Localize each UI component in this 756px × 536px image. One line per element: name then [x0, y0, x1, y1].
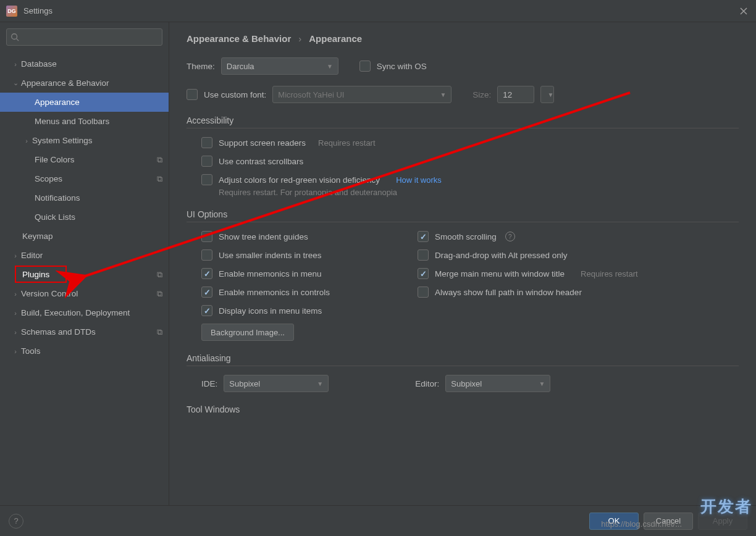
aa-ide-value: Subpixel — [229, 379, 260, 388]
help-button[interactable]: ? — [9, 514, 23, 529]
contrast-scrollbars-label: Use contrast scrollbars — [219, 157, 303, 166]
support-screen-readers-label: Support screen readers — [219, 138, 306, 148]
breadcrumb-leaf: Appearance — [309, 33, 362, 44]
sidebar-item-appearance[interactable]: Appearance — [0, 93, 169, 112]
tree-indent-guides-label: Show tree indent guides — [219, 232, 308, 241]
how-it-works-link[interactable]: How it works — [396, 175, 442, 185]
font-size-input[interactable] — [497, 86, 534, 103]
question-icon: ? — [14, 516, 18, 526]
use-custom-font-checkbox[interactable] — [187, 89, 198, 100]
breadcrumb: Appearance & Behavior › Appearance — [187, 33, 739, 44]
smooth-scrolling-checkbox[interactable] — [418, 231, 429, 242]
sidebar-item-schemas-dtds[interactable]: ›Schemas and DTDs⧉ — [0, 322, 169, 341]
sidebar-item-menus-toolbars[interactable]: Menus and Toolbars — [0, 112, 169, 131]
font-size-label: Size: — [472, 90, 491, 99]
color-deficiency-label: Adjust colors for red-green vision defic… — [219, 175, 380, 185]
sidebar-item-system-settings[interactable]: ›System Settings — [0, 131, 169, 150]
sidebar-item-file-colors[interactable]: File Colors⧉ — [0, 150, 169, 169]
project-badge-icon: ⧉ — [157, 270, 162, 280]
sidebar-item-tools[interactable]: ›Tools — [0, 341, 169, 361]
project-badge-icon: ⧉ — [157, 155, 162, 165]
svg-line-3 — [17, 39, 19, 41]
sidebar-item-appearance-behavior[interactable]: ⌄Appearance & Behavior — [0, 73, 169, 93]
support-screen-readers-checkbox[interactable] — [201, 137, 212, 148]
accessibility-header: Accessibility — [187, 115, 739, 128]
font-size-stepper[interactable]: ▼ — [540, 86, 554, 103]
footer: ? OK Cancel Apply — [0, 505, 756, 536]
theme-select[interactable]: Darcula ▼ — [221, 57, 338, 75]
sidebar-item-label: Keymap — [22, 232, 162, 241]
sidebar-item-keymap[interactable]: Keymap — [0, 227, 169, 246]
chevron-down-icon: ▼ — [327, 63, 333, 70]
close-button[interactable] — [737, 5, 750, 17]
chevron-right-icon: › — [11, 252, 20, 259]
sidebar-item-quick-lists[interactable]: Quick Lists — [0, 207, 169, 227]
background-image-button[interactable]: Background Image... — [201, 324, 294, 341]
ui-options-header: UI Options — [187, 209, 739, 222]
chevron-down-icon: ▼ — [539, 380, 545, 387]
display-icons-checkbox[interactable] — [201, 305, 212, 316]
project-badge-icon: ⧉ — [157, 174, 162, 184]
tree-indent-guides-checkbox[interactable] — [201, 231, 212, 242]
close-icon — [740, 7, 747, 15]
aa-editor-select[interactable]: Subpixel▼ — [445, 375, 550, 392]
sidebar-item-label: Appearance — [35, 98, 162, 107]
search-icon — [10, 33, 19, 41]
aa-editor-label: Editor: — [415, 379, 439, 388]
sidebar-item-label: Schemas and DTDs — [21, 327, 157, 337]
breadcrumb-root[interactable]: Appearance & Behavior — [187, 33, 291, 44]
sidebar-item-scopes[interactable]: Scopes⧉ — [0, 169, 169, 188]
sidebar-item-label: Quick Lists — [35, 212, 162, 222]
custom-font-select[interactable]: Microsoft YaHei UI ▼ — [272, 86, 452, 103]
sync-with-os-label: Sync with OS — [377, 62, 427, 71]
color-deficiency-checkbox[interactable] — [201, 174, 212, 185]
chevron-right-icon: › — [298, 33, 301, 44]
window-title: Settings — [23, 6, 52, 15]
cancel-button[interactable]: Cancel — [644, 513, 693, 530]
titlebar: DG Settings — [0, 0, 756, 22]
chevron-down-icon: ⌄ — [11, 79, 20, 87]
full-path-header-checkbox[interactable] — [418, 287, 429, 298]
search-input-wrap[interactable] — [6, 28, 162, 46]
restart-hint: Requires restart — [581, 269, 637, 278]
mnemonics-menu-label: Enable mnemonics in menu — [219, 269, 322, 278]
sidebar-item-build-execution-deployment[interactable]: ›Build, Execution, Deployment — [0, 303, 169, 322]
display-icons-label: Display icons in menu items — [219, 306, 322, 316]
merge-main-menu-checkbox[interactable] — [418, 268, 429, 279]
sidebar-item-label: File Colors — [35, 155, 157, 164]
svg-point-2 — [12, 34, 17, 40]
sidebar-item-notifications[interactable]: Notifications — [0, 188, 169, 207]
mnemonics-controls-checkbox[interactable] — [201, 287, 212, 298]
contrast-scrollbars-checkbox[interactable] — [201, 156, 212, 167]
search-input[interactable] — [22, 33, 158, 42]
antialiasing-header: Antialiasing — [187, 353, 739, 366]
theme-label: Theme: — [187, 62, 215, 71]
chevron-down-icon: ▼ — [547, 91, 553, 98]
sidebar-item-version-control[interactable]: ›Version Control⧉ — [0, 284, 169, 303]
apply-button[interactable]: Apply — [698, 513, 747, 530]
sidebar-item-label: Database — [21, 59, 162, 69]
drag-drop-alt-checkbox[interactable] — [418, 249, 429, 261]
chevron-right-icon: › — [11, 309, 20, 317]
aa-ide-label: IDE: — [201, 379, 217, 388]
info-icon[interactable]: ? — [505, 232, 515, 241]
chevron-right-icon: › — [22, 137, 31, 144]
merge-main-menu-label: Merge main menu with window title — [435, 269, 565, 278]
smaller-indents-checkbox[interactable] — [201, 249, 212, 261]
sidebar-item-editor[interactable]: ›Editor — [0, 246, 169, 265]
sidebar-item-plugins[interactable]: Plugins ⧉ — [0, 265, 169, 284]
tool-windows-header: Tool Windows — [187, 404, 739, 417]
sidebar-item-label: Editor — [21, 251, 162, 260]
chevron-down-icon: ▼ — [440, 91, 446, 98]
mnemonics-menu-checkbox[interactable] — [201, 268, 212, 279]
chevron-right-icon: › — [11, 61, 20, 68]
sidebar-item-label: Tools — [21, 346, 162, 356]
sidebar-item-label: Notifications — [35, 193, 162, 203]
ok-button[interactable]: OK — [589, 513, 639, 530]
sync-with-os-checkbox[interactable] — [359, 61, 371, 72]
sidebar-item-label: Menus and Toolbars — [35, 117, 162, 126]
app-icon: DG — [6, 6, 17, 17]
aa-ide-select[interactable]: Subpixel▼ — [224, 375, 329, 392]
sidebar: ›Database ⌄Appearance & Behavior Appeara… — [0, 22, 169, 505]
sidebar-item-database[interactable]: ›Database — [0, 54, 169, 73]
